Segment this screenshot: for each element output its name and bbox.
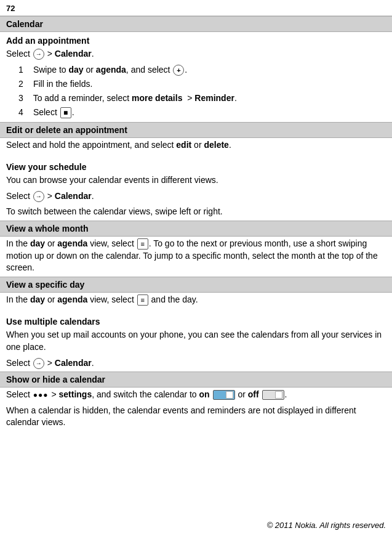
edit-delete-section-header: Edit or delete an appointment	[0, 122, 392, 138]
view-day-section-header: View a specific day	[0, 277, 392, 293]
calendar-bold-3: Calendar	[55, 358, 92, 368]
calendar-section-header: Calendar	[0, 16, 392, 32]
agenda-label-3: agenda	[57, 294, 87, 304]
view-schedule-body1: You can browse your calendar events in d…	[0, 173, 392, 189]
show-hide-body1: Select ●●● > settings, and switch the ca…	[0, 388, 392, 404]
menu-icon-2: →	[33, 191, 44, 202]
more-details-label: more details	[132, 93, 182, 103]
view-month-section-header: View a whole month	[0, 221, 392, 237]
add-appointment-header: Add an appointment	[0, 32, 392, 47]
show-hide-section-header: Show or hide a calendar	[0, 372, 392, 388]
multiple-cal-body2: Select → > Calendar.	[0, 356, 392, 372]
view-schedule-body2: Select → > Calendar.	[0, 189, 392, 205]
multiple-cal-header: Use multiple calendars	[0, 313, 392, 328]
day-label-3: day	[30, 294, 45, 304]
view-month-body: In the day or agenda view, select ≡. To …	[0, 237, 392, 277]
on-label: on	[199, 389, 210, 399]
view-schedule-header: View your schedule	[0, 158, 392, 173]
edit-delete-body: Select and hold the appointment, and sel…	[0, 138, 392, 154]
page-number: 72	[0, 0, 392, 16]
footer-copyright: © 2011 Nokia. All rights reserved.	[267, 521, 386, 530]
add-select-calendar: Select → > Calendar.	[0, 47, 392, 63]
day-label-1: day	[68, 65, 83, 75]
agenda-label-1: agenda	[96, 65, 126, 75]
toggle-on-icon	[213, 390, 235, 400]
menu-icon-3: →	[33, 358, 44, 369]
show-hide-body2: When a calendar is hidden, the calendar …	[0, 404, 392, 431]
reminder-label: Reminder	[194, 93, 234, 103]
step-2: 2 Fill in the fields.	[0, 77, 392, 91]
month-icon: ≡	[137, 238, 148, 250]
view-day-body: In the day or agenda view, select ≡ and …	[0, 293, 392, 309]
plus-icon: +	[173, 65, 184, 76]
toggle-off-icon	[262, 390, 284, 400]
settings-label: settings	[59, 389, 92, 399]
step-1: 1 Swipe to day or agenda, and select +.	[0, 63, 392, 77]
calendar-bold-2: Calendar	[55, 191, 92, 201]
view-schedule-body3: To switch between the calendar views, sw…	[0, 205, 392, 221]
agenda-label-2: agenda	[57, 238, 87, 248]
menu-icon-1: →	[33, 49, 44, 60]
delete-label: delete	[204, 140, 228, 150]
day-icon: ≡	[137, 294, 148, 306]
edit-label: edit	[176, 140, 191, 150]
multiple-cal-body1: When you set up mail accounts on your ph…	[0, 328, 392, 355]
step-3: 3 To add a reminder, select more details…	[0, 91, 392, 105]
calendar-header-text: Calendar	[6, 19, 43, 29]
day-label-2: day	[30, 238, 45, 248]
calendar-bold-1: Calendar	[55, 49, 92, 59]
save-icon: ■	[60, 107, 71, 118]
step-4: 4 Select ■.	[0, 105, 392, 120]
off-label: off	[248, 389, 259, 399]
dots-icon: ●●●	[33, 390, 49, 400]
